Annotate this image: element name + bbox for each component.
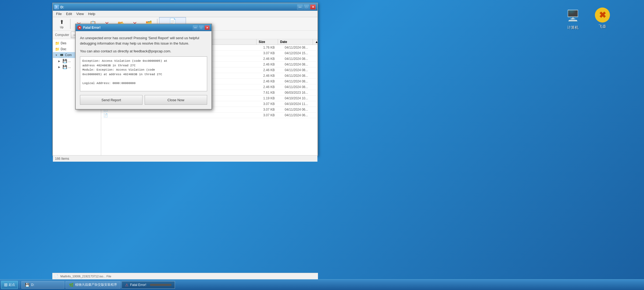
explorer-maximize-btn[interactable]: □	[303, 4, 309, 10]
menu-file[interactable]: File	[54, 11, 64, 16]
computer-icon-img: 🖥️	[565, 8, 581, 24]
col-header-type[interactable]: ▲	[313, 39, 317, 45]
explorer-minimize-btn[interactable]: —	[297, 4, 303, 10]
up-icon: ⬆	[60, 19, 64, 25]
start-grid-icon: ⊞	[4, 282, 8, 287]
drive-icon: 💾	[25, 283, 30, 287]
file-row-size: 3.07 KB	[261, 51, 283, 55]
file-row-date: 04/11/2024 08...	[283, 63, 317, 66]
address-computer-label: Computer	[55, 33, 69, 37]
table-row[interactable]: 📄 3.07 KB 04/11/2024 06...	[101, 113, 317, 118]
file-row-size: 2.46 KB	[261, 74, 283, 78]
explorer-titlebar: D D: — □ ✕	[53, 3, 317, 11]
explorer-title-icon: D	[54, 5, 59, 9]
file-row-icon: 📄	[103, 113, 108, 117]
desktop: 🖥️ 计算机 ✖ 飞壶 D D: — □ ✕ File Edit View He…	[0, 0, 644, 290]
error-icon: ✕	[77, 26, 82, 30]
file-row-date: 04/11/2024 08...	[283, 68, 317, 72]
dialog-close-btn[interactable]: ✕	[204, 25, 210, 30]
status-bar: 166 Items	[53, 155, 317, 162]
feige-icon-img: ✖	[595, 8, 610, 23]
menu-help[interactable]: Help	[86, 11, 97, 16]
file-row-size: 7.61 KB	[261, 91, 283, 95]
send-report-button[interactable]: Send Report	[80, 95, 142, 105]
bottom-file-icon: 📄	[54, 274, 58, 278]
bottom-strip: 📄 MailInfo_10006_2192173712.iso... File	[52, 273, 318, 279]
dialog-buttons: Send Report Close Now	[80, 95, 207, 105]
start-button[interactable]: ⊞ 起点	[1, 281, 18, 289]
taskbar-fatal-error-progress	[150, 284, 171, 286]
toolbar-sep-1	[70, 19, 71, 29]
explorer-close-btn[interactable]: ✕	[310, 4, 316, 10]
taskbar-item-drive[interactable]: 💾 D:	[21, 281, 64, 289]
start-label: 起点	[9, 282, 15, 287]
computer-icon-label: 计算机	[567, 25, 579, 30]
dialog-maximize-btn[interactable]: □	[199, 25, 204, 30]
file-row-date: 04/11/2024 06...	[283, 108, 317, 111]
explorer-window-controls: — □ ✕	[297, 4, 316, 10]
file-row-size: 2.46 KB	[261, 85, 283, 89]
file-row-date: 04/11/2024 08...	[283, 57, 317, 61]
bottom-file-name: MailInfo_10006_2192173712.iso... File	[60, 275, 111, 278]
dialog-minimize-btn[interactable]: —	[193, 25, 198, 30]
file-row-size: 3.07 KB	[261, 113, 283, 117]
file-row-date: 04/12/2024 15...	[283, 51, 317, 55]
col-header-date[interactable]: Date	[278, 39, 313, 45]
taskbar-item-program[interactable]: 🌿 植物大战僵尸杂交版安装程序	[65, 281, 120, 289]
file-row-date: 04/11/2024 08...	[283, 74, 317, 78]
file-row-date: 04/10/2024 11...	[283, 102, 317, 106]
file-row-size: 1.76 KB	[261, 46, 283, 49]
taskbar-item-fatal-error[interactable]: ⚠ Fatal Error!	[122, 281, 175, 289]
explorer-menu-bar: File Edit View Help	[53, 11, 317, 17]
dialog-window-controls: — □ ✕	[193, 25, 210, 30]
col-header-size[interactable]: Size	[257, 39, 278, 45]
file-row-size: 2.46 KB	[261, 68, 283, 72]
desktop-icon-computer[interactable]: 🖥️ 计算机	[561, 5, 585, 32]
file-row-size: 2.46 KB	[261, 63, 283, 66]
menu-edit[interactable]: Edit	[64, 11, 74, 16]
file-row-size: 1.19 KB	[261, 96, 283, 100]
file-row-date: 04/10/2024 10...	[283, 96, 317, 100]
dialog-title: Fatal Error!	[83, 26, 101, 30]
fatal-error-taskbar-icon: ⚠	[125, 283, 129, 287]
item-count: 166 Items	[55, 157, 69, 161]
toolbar-up-btn[interactable]: ⬆ Up	[55, 18, 68, 30]
file-row-date: 04/11/2024 08...	[283, 79, 317, 83]
dialog-message: An unexpected error has occured! Pressin…	[80, 35, 207, 46]
dialog-contact: You can also contact us directly at feed…	[80, 49, 207, 53]
menu-view[interactable]: View	[74, 11, 86, 16]
program-icon: 🌿	[69, 283, 74, 287]
dialog-body: An unexpected error has occured! Pressin…	[76, 31, 211, 109]
file-row-size: 2.46 KB	[261, 79, 283, 83]
explorer-title: D:	[60, 5, 64, 9]
fatal-error-dialog: ✕ Fatal Error! — □ ✕ An unexpected error…	[75, 24, 212, 110]
file-row-date: 06/03/2023 16...	[283, 91, 317, 95]
desktop-icon-feige[interactable]: ✖ 飞壶	[590, 5, 614, 31]
file-row-date: 04/11/2024 08...	[283, 46, 317, 49]
feige-icon-label: 飞壶	[599, 24, 606, 29]
file-row-date: 04/11/2024 08...	[283, 85, 317, 89]
dialog-titlebar: ✕ Fatal Error! — □ ✕	[76, 24, 211, 31]
taskbar-program-label: 植物大战僵尸杂交版安装程序	[75, 282, 117, 287]
file-row-size: 3.07 KB	[261, 108, 283, 111]
file-row-date: 04/11/2024 06...	[283, 113, 317, 117]
close-now-button[interactable]: Close Now	[145, 95, 207, 105]
error-log[interactable]: Exception: Access Violation (code 0xc000…	[80, 56, 207, 91]
taskbar-sep	[20, 281, 20, 288]
file-row-size: 3.07 KB	[261, 102, 283, 106]
file-row-size: 2.46 KB	[261, 57, 283, 61]
taskbar-drive-label: D:	[31, 283, 34, 287]
taskbar-fatal-error-label: Fatal Error!	[130, 283, 146, 287]
taskbar: ⊞ 起点 💾 D: 🌿 植物大战僵尸杂交版安装程序 ⚠ Fatal Error!	[0, 279, 644, 290]
